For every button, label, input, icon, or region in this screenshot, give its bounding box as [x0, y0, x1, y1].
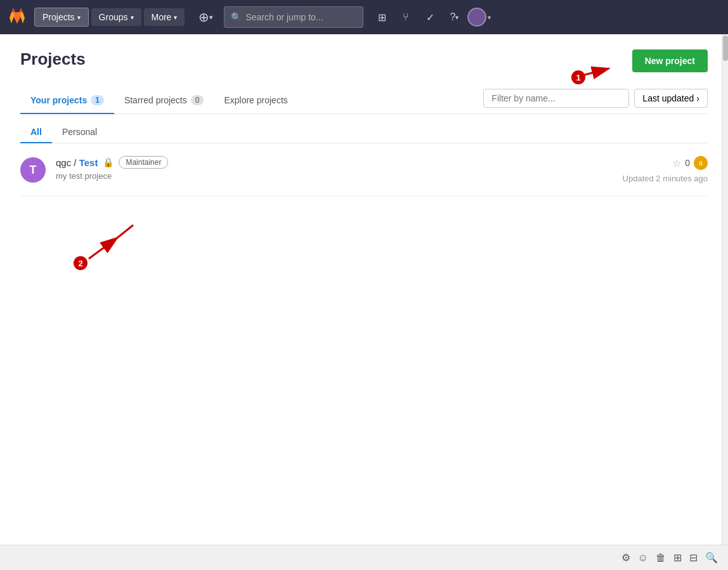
project-avatar: T [20, 157, 46, 183]
projects-nav-button[interactable]: Projects ▾ [34, 8, 89, 27]
bottom-minus-icon[interactable]: ⊟ [689, 552, 698, 564]
pause-icon: ⏸ [694, 156, 708, 170]
lock-icon: 🔒 [103, 157, 114, 167]
sort-chevron-icon: › [696, 93, 699, 103]
more-nav-button[interactable]: More ▾ [144, 8, 185, 26]
tab-explore-projects[interactable]: Explore projects [214, 87, 297, 114]
table-row: T qgc / Test 🔒 Maintainer my test projec… [20, 143, 708, 197]
svg-text:2: 2 [78, 259, 82, 268]
merge-request-icon: ⑂ [403, 11, 409, 23]
projects-chevron-icon: ▾ [77, 14, 81, 21]
sub-tab-all[interactable]: All [20, 122, 52, 143]
bottom-bar: ⚙ ☺ 🗑 ⊞ ⊟ 🔍 [0, 545, 728, 570]
bottom-settings-icon[interactable]: ⚙ [621, 552, 630, 564]
star-count: 0 [685, 158, 690, 168]
svg-line-7 [89, 238, 117, 259]
project-meta: ☆ 0 ⏸ Updated 2 minutes ago [623, 156, 708, 183]
help-icon-button[interactable]: ? ▾ [443, 6, 465, 28]
svg-line-8 [117, 225, 133, 238]
new-item-button[interactable]: ⊕ ▾ [195, 6, 216, 28]
scrollbar[interactable] [722, 34, 728, 545]
tabs-row: Your projects 1 Starred projects 0 Explo… [20, 87, 708, 114]
star-icon[interactable]: ☆ [672, 157, 681, 169]
updated-text: Updated 2 minutes ago [623, 174, 708, 183]
bottom-face-icon[interactable]: ☺ [638, 552, 648, 564]
gitlab-logo[interactable] [8, 6, 27, 28]
bottom-trash-icon[interactable]: 🗑 [656, 552, 666, 564]
checkmark-icon-button[interactable]: ✓ [419, 6, 441, 28]
role-badge: Maintainer [119, 156, 168, 169]
your-projects-count: 1 [91, 95, 104, 105]
user-avatar[interactable] [467, 8, 486, 27]
page-header: Projects New project [20, 49, 708, 72]
project-list: T qgc / Test 🔒 Maintainer my test projec… [20, 143, 708, 197]
groups-nav-button[interactable]: Groups ▾ [91, 8, 141, 26]
starred-count: 0 [191, 95, 204, 105]
dock-icon-button[interactable]: ⊞ [371, 6, 393, 28]
plus-chevron-icon: ▾ [209, 13, 213, 22]
page-title: Projects [20, 49, 86, 69]
sub-tab-personal[interactable]: Personal [52, 122, 107, 143]
help-icon: ? [450, 11, 455, 23]
tabs-right-controls: Last updated › [483, 89, 708, 113]
search-input[interactable] [245, 12, 356, 22]
project-namespace: qgc / Test [56, 157, 98, 168]
project-info: qgc / Test 🔒 Maintainer my test projece [56, 156, 623, 181]
project-name-link[interactable]: Test [79, 157, 98, 168]
merge-request-icon-button[interactable]: ⑂ [395, 6, 417, 28]
main-content: Projects New project Your projects 1 Sta… [0, 34, 728, 212]
bottom-grid-icon[interactable]: ⊞ [673, 552, 682, 564]
tab-starred-projects[interactable]: Starred projects 0 [114, 87, 214, 114]
scrollbar-thumb[interactable] [723, 36, 728, 61]
sort-button[interactable]: Last updated › [634, 89, 708, 108]
avatar-chevron-icon: ▾ [488, 14, 491, 21]
plus-icon: ⊕ [198, 10, 209, 25]
search-icon: 🔍 [231, 12, 242, 22]
project-description: my test projece [56, 171, 623, 181]
project-name-row: qgc / Test 🔒 Maintainer [56, 156, 623, 169]
nav-icons-group: ⊞ ⑂ ✓ ? ▾ ▾ [371, 6, 491, 28]
groups-chevron-icon: ▾ [131, 14, 134, 21]
svg-point-5 [74, 256, 88, 270]
sub-tabs: All Personal [20, 122, 708, 143]
star-row: ☆ 0 ⏸ [672, 156, 708, 170]
new-project-button[interactable]: New project [632, 49, 708, 72]
tab-your-projects[interactable]: Your projects 1 [20, 87, 114, 114]
help-chevron-icon: ▾ [455, 14, 458, 21]
dock-icon: ⊞ [378, 11, 386, 23]
more-chevron-icon: ▾ [174, 14, 177, 21]
navbar: Projects ▾ Groups ▾ More ▾ ⊕ ▾ 🔍 ⊞ ⑂ ✓ ?… [0, 0, 728, 34]
filter-input[interactable] [483, 89, 629, 108]
todo-icon: ✓ [426, 11, 434, 23]
search-bar[interactable]: 🔍 [224, 6, 363, 28]
bottom-search-icon[interactable]: 🔍 [705, 552, 718, 564]
